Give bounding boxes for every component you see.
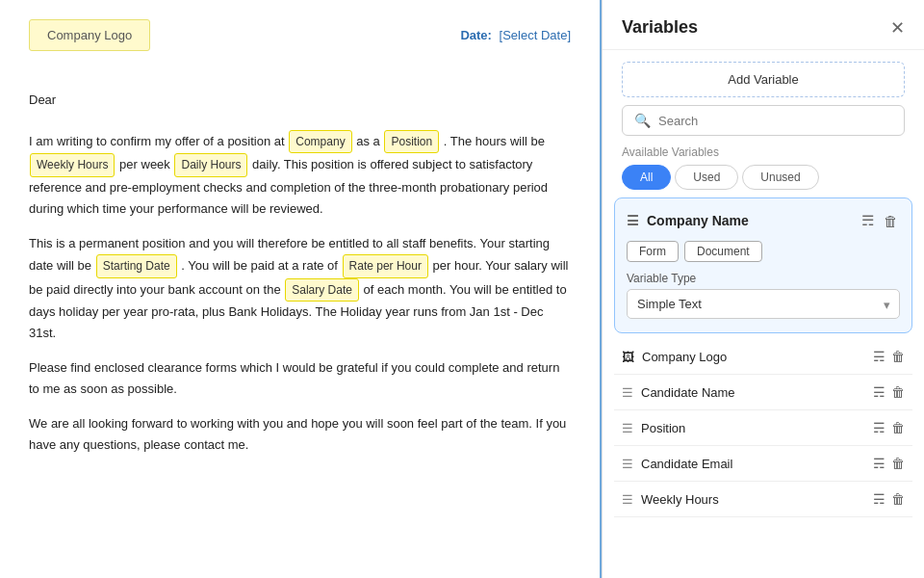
company-logo-delete-button[interactable]: 🗑	[891, 349, 905, 364]
variable-row-weekly-hours: ☰ Weekly Hours ☴ 🗑	[614, 482, 912, 517]
document-panel: Company Logo Date: [Select Date] Dear I …	[0, 0, 602, 578]
company-logo-actions: ☴ 🗑	[873, 349, 905, 364]
available-variables-label: Available Variables	[622, 145, 905, 159]
weekly-hours-actions: ☴ 🗑	[873, 491, 905, 507]
company-name-label: Company Name	[647, 213, 749, 228]
p2-ofmonth: of each month. You will be entitled to	[364, 282, 567, 297]
candidate-email-delete-button[interactable]: 🗑	[891, 456, 905, 471]
p1-intro: I am writing to confirm my offer of a po…	[29, 134, 285, 148]
weekly-hours-name: Weekly Hours	[641, 492, 719, 507]
position-settings-button[interactable]: ☴	[873, 420, 886, 435]
variables-list: ☰ Company Name ☴ 🗑 Form Document Variabl…	[603, 197, 924, 578]
close-button[interactable]: ✕	[890, 19, 905, 37]
weekly-hours-delete-button[interactable]: 🗑	[891, 491, 905, 507]
variable-type-select[interactable]: Simple Text Number Date Boolean	[627, 289, 900, 319]
search-icon: 🔍	[634, 113, 651, 128]
company-logo-name: Company Logo	[642, 350, 727, 364]
tab-unused[interactable]: Unused	[742, 165, 818, 190]
company-name-delete-button[interactable]: 🗑	[882, 211, 900, 231]
variable-row-position: ☰ Position ☴ 🗑	[614, 410, 912, 446]
variable-row-candidate-name: ☰ Candidate Name ☴ 🗑	[614, 375, 912, 410]
company-name-card-header: ☰ Company Name ☴ 🗑	[627, 210, 900, 231]
starting-date-tag[interactable]: Starting Date	[96, 254, 177, 277]
company-logo-settings-button[interactable]: ☴	[873, 349, 886, 364]
position-row-left: ☰ Position	[622, 421, 685, 435]
candidate-name-settings-button[interactable]: ☴	[873, 384, 886, 400]
weekly-hours-row-left: ☰ Weekly Hours	[622, 492, 719, 507]
company-name-actions: ☴ 🗑	[860, 210, 900, 231]
add-variable-button[interactable]: Add Variable	[622, 62, 905, 97]
variable-type-label: Variable Type	[627, 272, 900, 285]
company-tag[interactable]: Company	[289, 130, 351, 153]
candidate-name-name: Candidate Name	[641, 385, 735, 400]
list-icon-company: ☰	[627, 213, 639, 228]
search-container: 🔍	[622, 105, 905, 136]
company-name-chips: Form Document	[627, 241, 900, 262]
paragraph-4: We are all looking forward to working wi…	[29, 413, 571, 456]
company-name-card: ☰ Company Name ☴ 🗑 Form Document Variabl…	[614, 197, 912, 333]
daily-hours-tag[interactable]: Daily Hours	[174, 153, 247, 176]
chip-document[interactable]: Document	[684, 241, 762, 262]
list-icon-candidate-name: ☰	[622, 385, 633, 400]
variables-header: Variables ✕	[603, 0, 924, 50]
paragraph-3: Please find enclosed clearance forms whi…	[29, 357, 571, 400]
company-logo-row-left: 🖼 Company Logo	[622, 350, 727, 364]
dear-line: Dear	[29, 90, 571, 111]
variable-type-select-wrap: Simple Text Number Date Boolean	[627, 289, 900, 319]
candidate-email-settings-button[interactable]: ☴	[873, 456, 886, 471]
variable-row-candidate-email: ☰ Candidate Email ☴ 🗑	[614, 446, 912, 482]
date-value[interactable]: [Select Date]	[500, 28, 571, 42]
p1-rest: . The hours will be	[444, 134, 545, 148]
candidate-email-actions: ☴ 🗑	[873, 456, 905, 471]
paragraph-2: This is a permanent position and you wil…	[29, 233, 571, 344]
p2-holiday: days holiday per year pro-rata, plus Ban…	[29, 304, 543, 340]
position-name: Position	[641, 421, 685, 435]
chip-form[interactable]: Form	[627, 241, 679, 262]
candidate-name-delete-button[interactable]: 🗑	[891, 384, 905, 400]
company-name-title: ☰ Company Name	[627, 213, 749, 228]
list-icon-weekly-hours: ☰	[622, 492, 633, 507]
rate-per-hour-tag[interactable]: Rate per Hour	[343, 254, 428, 277]
variables-title: Variables	[622, 17, 698, 38]
position-delete-button[interactable]: 🗑	[891, 420, 905, 435]
candidate-name-row-left: ☰ Candidate Name	[622, 385, 735, 400]
p1-perweek: per week	[119, 157, 170, 171]
list-icon-candidate-email: ☰	[622, 457, 633, 471]
search-input[interactable]	[658, 114, 892, 128]
candidate-email-row-left: ☰ Candidate Email	[622, 457, 732, 471]
variable-row-company-logo: 🖼 Company Logo ☴ 🗑	[614, 339, 912, 375]
date-label: Date:	[460, 28, 492, 42]
date-field: Date: [Select Date]	[460, 28, 571, 42]
candidate-email-name: Candidate Email	[641, 457, 732, 471]
tab-all[interactable]: All	[622, 165, 671, 190]
weekly-hours-settings-button[interactable]: ☴	[873, 491, 886, 507]
document-body: Dear I am writing to confirm my offer of…	[29, 90, 571, 457]
paragraph-1: I am writing to confirm my offer of a po…	[29, 130, 571, 220]
tabs-section: Available Variables All Used Unused	[603, 145, 924, 190]
weekly-hours-tag[interactable]: Weekly Hours	[30, 153, 115, 176]
candidate-name-actions: ☴ 🗑	[873, 384, 905, 400]
filter-tabs: All Used Unused	[622, 165, 905, 190]
img-icon-company-logo: 🖼	[622, 350, 634, 364]
company-logo-placeholder: Company Logo	[29, 19, 150, 51]
company-name-settings-button[interactable]: ☴	[860, 210, 876, 231]
salary-date-tag[interactable]: Salary Date	[285, 278, 359, 302]
list-icon-position: ☰	[622, 421, 633, 435]
p1-as: as a	[356, 134, 380, 148]
variables-panel: Variables ✕ Add Variable 🔍 Available Var…	[602, 0, 924, 578]
document-header: Company Logo Date: [Select Date]	[29, 19, 571, 51]
position-actions: ☴ 🗑	[873, 420, 905, 435]
p2-rate: . You will be paid at a rate of	[181, 258, 338, 273]
position-tag[interactable]: Position	[384, 130, 439, 153]
tab-used[interactable]: Used	[675, 165, 738, 190]
